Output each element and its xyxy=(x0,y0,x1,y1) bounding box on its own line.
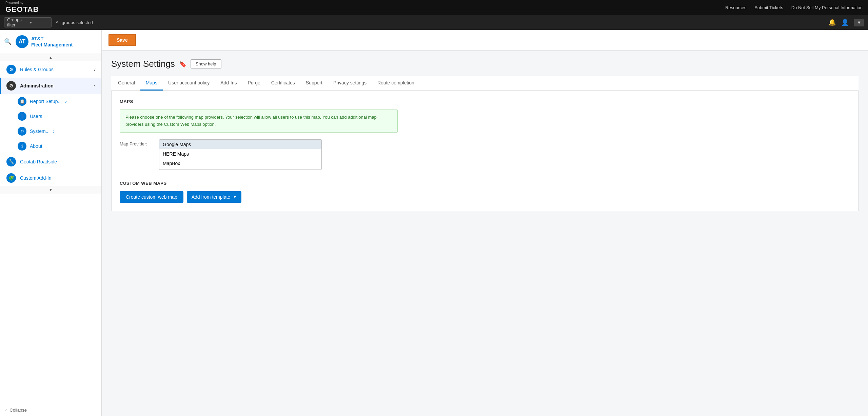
rules-groups-label: Rules & Groups xyxy=(20,67,89,72)
sidebar: 🔍 AT AT&T Fleet Management ▲ ⚙ Rules & G… xyxy=(0,30,102,416)
sidebar-item-administration[interactable]: ⚙ Administration ∧ xyxy=(0,78,101,94)
map-option-mapbox: MapBox xyxy=(159,159,321,168)
page-title-row: System Settings 🔖 Show help xyxy=(111,59,859,69)
create-custom-web-map-button[interactable]: Create custom web map xyxy=(120,191,183,203)
report-setup-arrow: › xyxy=(65,99,67,104)
toolbar: Save xyxy=(102,30,868,51)
about-icon: ℹ xyxy=(18,142,26,151)
show-help-button[interactable]: Show help xyxy=(191,59,221,68)
system-icon: ⚙ xyxy=(18,127,26,136)
top-nav-links: Resources Submit Tickets Do Not Sell My … xyxy=(725,5,863,10)
sidebar-item-system[interactable]: ⚙ System... › xyxy=(0,124,101,139)
collapse-arrow-icon: ‹ xyxy=(5,408,7,413)
administration-icon: ⚙ xyxy=(6,81,16,91)
tab-purge[interactable]: Purge xyxy=(242,76,265,91)
rules-groups-icon: ⚙ xyxy=(6,65,16,74)
sidebar-collapse[interactable]: ‹ Collapse xyxy=(0,404,101,416)
tab-route-completion[interactable]: Route completion xyxy=(372,76,420,91)
report-setup-icon: 📋 xyxy=(18,97,26,106)
content-area: System Settings 🔖 Show help General Maps… xyxy=(102,51,868,416)
main-content: Save System Settings 🔖 Show help General… xyxy=(102,30,868,416)
sidebar-item-users[interactable]: 👤 Users xyxy=(0,109,101,124)
user-dropdown-arrow: ▼ xyxy=(857,20,861,25)
system-arrow: › xyxy=(53,128,55,134)
administration-label: Administration xyxy=(20,83,89,88)
brand-logo: AT AT&T Fleet Management xyxy=(16,35,73,48)
geotab-roadside-label: Geotab Roadside xyxy=(20,159,96,164)
bookmark-icon[interactable]: 🔖 xyxy=(179,60,186,68)
tabs-row: General Maps User account policy Add-Ins… xyxy=(111,76,859,91)
tab-maps[interactable]: Maps xyxy=(140,76,163,91)
maps-info-box: Please choose one of the following map p… xyxy=(120,110,398,133)
sidebar-top: 🔍 AT AT&T Fleet Management xyxy=(0,30,101,54)
bell-icon[interactable]: 🔔 xyxy=(828,19,836,26)
do-not-sell-link[interactable]: Do Not Sell My Personal Information xyxy=(791,5,863,10)
brand-name: GEOTAB xyxy=(5,5,39,14)
custom-add-in-label: Custom Add-In xyxy=(20,175,96,181)
sidebar-item-custom-add-in[interactable]: 🧩 Custom Add-In xyxy=(0,170,101,186)
tab-add-ins[interactable]: Add-Ins xyxy=(215,76,242,91)
custom-web-maps-section: CUSTOM WEB MAPS Create custom web map Ad… xyxy=(120,181,850,203)
geotab-roadside-icon: 🔧 xyxy=(6,157,16,166)
save-button[interactable]: Save xyxy=(108,34,136,46)
maps-section-title: MAPS xyxy=(120,99,850,104)
logo-area: Powered by GEOTAB xyxy=(5,1,39,14)
groups-filter-arrow: ▼ xyxy=(29,21,48,24)
groups-filter-dropdown[interactable]: Groups filter ▼ xyxy=(4,17,52,27)
template-button-label: Add from template xyxy=(192,194,230,200)
rules-groups-arrow: ∨ xyxy=(93,67,96,72)
users-label: Users xyxy=(30,114,42,119)
sidebar-item-rules-groups[interactable]: ⚙ Rules & Groups ∨ xyxy=(0,61,101,78)
tab-certificates[interactable]: Certificates xyxy=(266,76,300,91)
brand-text: AT&T Fleet Management xyxy=(31,36,73,48)
system-label: System... xyxy=(30,128,50,134)
powered-by-text: Powered by GEOTAB xyxy=(5,1,39,14)
tab-support[interactable]: Support xyxy=(300,76,328,91)
logo-circle: AT xyxy=(16,35,28,48)
page-title: System Settings xyxy=(111,59,175,69)
tab-privacy-settings[interactable]: Privacy settings xyxy=(328,76,372,91)
groups-filter-label: Groups filter xyxy=(7,17,26,27)
administration-arrow: ∧ xyxy=(93,84,96,88)
submit-tickets-link[interactable]: Submit Tickets xyxy=(754,5,783,10)
report-setup-label: Report Setup... xyxy=(30,99,62,104)
collapse-label: Collapse xyxy=(9,408,27,413)
add-from-template-button[interactable]: Add from template ▼ xyxy=(187,191,241,203)
map-provider-select[interactable]: Google Maps HERE Maps MapBox xyxy=(159,139,322,170)
map-option-google: Google Maps xyxy=(159,140,321,149)
about-label: About xyxy=(30,143,42,149)
sidebar-item-about[interactable]: ℹ About xyxy=(0,139,101,154)
user-icon[interactable]: 👤 xyxy=(841,19,849,26)
user-dropdown[interactable]: ▼ xyxy=(854,19,864,26)
custom-web-maps-buttons: Create custom web map Add from template … xyxy=(120,191,850,203)
sidebar-scroll-up[interactable]: ▲ xyxy=(0,54,101,61)
template-dropdown-arrow: ▼ xyxy=(233,195,237,199)
search-button[interactable]: 🔍 xyxy=(4,38,12,45)
users-icon: 👤 xyxy=(18,112,26,121)
custom-web-maps-title: CUSTOM WEB MAPS xyxy=(120,181,850,186)
map-provider-label: Map Provider: xyxy=(120,139,154,146)
map-provider-row: Map Provider: Google Maps HERE Maps MapB… xyxy=(120,139,850,170)
sidebar-scroll-down[interactable]: ▼ xyxy=(0,186,101,194)
map-option-here: HERE Maps xyxy=(159,149,321,159)
top-nav: Powered by GEOTAB Resources Submit Ticke… xyxy=(0,0,868,15)
groups-bar-right: 🔔 👤 ▼ xyxy=(828,19,864,26)
tab-user-account-policy[interactable]: User account policy xyxy=(163,76,215,91)
app-layout: 🔍 AT AT&T Fleet Management ▲ ⚙ Rules & G… xyxy=(0,30,868,416)
groups-filter-value: All groups selected xyxy=(56,20,93,25)
resources-link[interactable]: Resources xyxy=(725,5,746,10)
custom-add-in-icon: 🧩 xyxy=(6,173,16,183)
tab-general[interactable]: General xyxy=(113,76,140,91)
tab-content-maps: MAPS Please choose one of the following … xyxy=(111,91,859,211)
sidebar-item-report-setup[interactable]: 📋 Report Setup... › xyxy=(0,94,101,109)
sidebar-item-geotab-roadside[interactable]: 🔧 Geotab Roadside xyxy=(0,154,101,170)
groups-bar: Groups filter ▼ All groups selected 🔔 👤 … xyxy=(0,15,868,30)
